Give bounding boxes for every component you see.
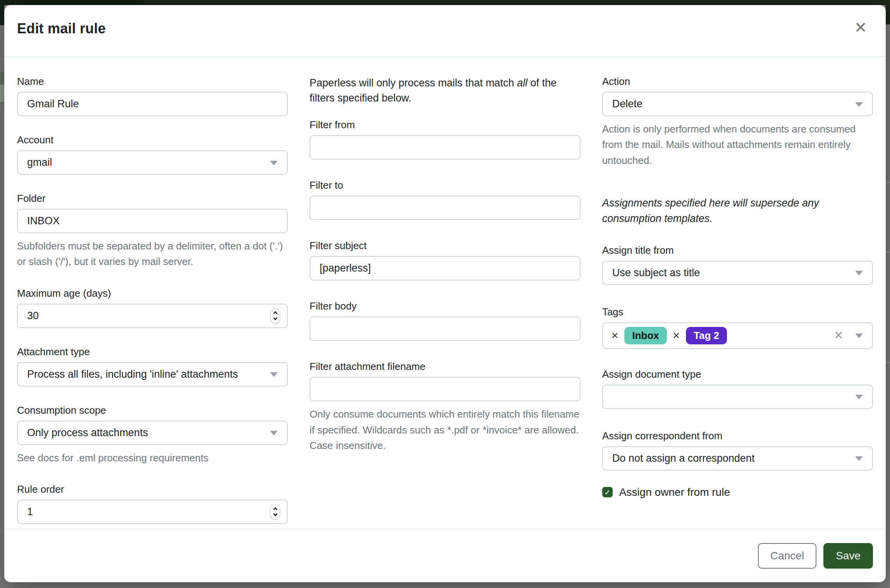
filter-subject-field-group: Filter subject xyxy=(309,240,580,280)
filter-filename-field-group: Filter attachment filename Only consume … xyxy=(309,361,580,453)
folder-label: Folder xyxy=(17,193,288,205)
chevron-down-icon xyxy=(855,334,863,338)
filter-filename-input[interactable] xyxy=(309,377,580,401)
clear-tags-icon[interactable]: ✕ xyxy=(834,330,844,341)
rule-order-label: Rule order xyxy=(17,483,288,495)
dialog-title: Edit mail rule xyxy=(17,21,106,37)
assign-title-select[interactable]: Use subject as title xyxy=(602,261,873,285)
background-navbar-edge-right xyxy=(886,5,890,24)
assign-document-type-select[interactable] xyxy=(602,385,873,409)
rule-order-field-group: Rule order 1 xyxy=(17,483,288,524)
action-label: Action xyxy=(602,76,873,88)
account-label: Account xyxy=(17,134,288,146)
name-input[interactable] xyxy=(17,92,288,116)
attachment-type-select-value: Process all files, including 'inline' at… xyxy=(27,368,238,380)
consumption-scope-label: Consumption scope xyxy=(17,404,288,416)
account-select-value: gmail xyxy=(27,156,52,168)
number-spinner-icon[interactable] xyxy=(270,504,280,519)
action-field-group: Action Delete Action is only performed w… xyxy=(602,76,873,168)
max-age-label: Maximum age (days) xyxy=(17,287,288,299)
folder-input[interactable] xyxy=(17,209,288,233)
assign-title-label: Assign title from xyxy=(602,244,873,256)
edit-mail-rule-dialog: Edit mail rule ✕ Name Account gmail Fold… xyxy=(4,5,886,582)
assign-document-type-label: Assign document type xyxy=(602,368,873,380)
account-field-group: Account gmail xyxy=(17,134,288,175)
attachment-type-select[interactable]: Process all files, including 'inline' at… xyxy=(17,362,288,387)
filter-from-input[interactable] xyxy=(309,135,580,160)
name-field-group: Name xyxy=(17,76,288,116)
remove-tag-icon[interactable]: × xyxy=(609,330,621,341)
background-navbar-edge-left xyxy=(0,5,4,25)
dialog-body: Name Account gmail Folder Subfolders mus… xyxy=(4,57,886,529)
assign-owner-checkbox[interactable]: ✓ xyxy=(602,487,613,497)
consumption-scope-select-value: Only process attachments xyxy=(27,427,148,439)
name-label: Name xyxy=(17,76,288,88)
account-select[interactable]: gmail xyxy=(17,150,288,175)
tags-label: Tags xyxy=(602,306,873,318)
background-table-line xyxy=(886,252,890,253)
tags-multiselect[interactable]: × Inbox × Tag 2 ✕ xyxy=(602,322,873,349)
filter-body-label: Filter body xyxy=(309,300,580,312)
tags-field-group: Tags × Inbox × Tag 2 ✕ xyxy=(602,306,873,349)
column-filters: Paperless will only process mails that m… xyxy=(309,76,580,529)
filter-subject-input[interactable] xyxy=(309,256,580,280)
filters-intro-pre: Paperless will only process mails that m… xyxy=(309,77,517,89)
tag-chip-tag2: Tag 2 xyxy=(686,327,727,344)
cancel-button[interactable]: Cancel xyxy=(758,543,816,569)
filter-body-input[interactable] xyxy=(309,316,580,341)
assign-correspondent-label: Assign correspondent from xyxy=(602,430,873,442)
background-table-row xyxy=(0,84,4,103)
background-navbar-left xyxy=(0,0,144,5)
assign-correspondent-select-value: Do not assign a correspondent xyxy=(612,452,755,464)
assign-document-type-field-group: Assign document type xyxy=(602,368,873,409)
column-action: Action Delete Action is only performed w… xyxy=(602,76,873,529)
filter-to-input[interactable] xyxy=(309,196,580,220)
attachment-type-label: Attachment type xyxy=(17,346,288,358)
filter-filename-label: Filter attachment filename xyxy=(309,361,580,373)
assign-title-field-group: Assign title from Use subject as title xyxy=(602,244,873,285)
number-spinner-icon[interactable] xyxy=(270,308,280,323)
background-table-line xyxy=(886,362,890,363)
dialog-footer: Cancel Save xyxy=(4,529,886,582)
action-select[interactable]: Delete xyxy=(602,92,873,116)
max-age-stepper[interactable]: 30 xyxy=(17,304,288,328)
filter-to-label: Filter to xyxy=(309,179,580,191)
chevron-down-icon xyxy=(273,512,277,516)
column-general: Name Account gmail Folder Subfolders mus… xyxy=(17,76,288,529)
chevron-down-icon xyxy=(270,161,278,165)
rule-order-stepper[interactable]: 1 xyxy=(17,500,288,524)
folder-help-text: Subfolders must be separated by a delimi… xyxy=(17,238,288,270)
assign-correspondent-select[interactable]: Do not assign a correspondent xyxy=(602,446,873,471)
dialog-header: Edit mail rule ✕ xyxy=(4,5,886,57)
assign-owner-row: ✓ Assign owner from rule xyxy=(602,486,873,499)
chevron-down-icon xyxy=(855,456,863,461)
max-age-field-group: Maximum age (days) 30 xyxy=(17,287,288,328)
filter-filename-help-text: Only consume documents which entirely ma… xyxy=(309,406,580,453)
chevron-down-icon xyxy=(855,395,863,399)
max-age-value: 30 xyxy=(27,310,39,322)
close-icon[interactable]: ✕ xyxy=(852,18,869,37)
consumption-scope-select[interactable]: Only process attachments xyxy=(17,421,288,445)
assignments-note: Assignments specified here will supersed… xyxy=(602,195,873,227)
filter-subject-label: Filter subject xyxy=(309,240,580,252)
chevron-up-icon xyxy=(273,507,277,512)
filters-intro-italic: all xyxy=(517,77,527,89)
chevron-down-icon xyxy=(270,431,278,435)
chevron-down-icon xyxy=(855,102,863,107)
remove-tag-icon[interactable]: × xyxy=(671,330,682,341)
attachment-type-field-group: Attachment type Process all files, inclu… xyxy=(17,346,288,387)
folder-field-group: Folder Subfolders must be separated by a… xyxy=(17,193,288,270)
assign-correspondent-field-group: Assign correspondent from Do not assign … xyxy=(602,430,873,471)
rule-order-value: 1 xyxy=(27,506,33,518)
save-button[interactable]: Save xyxy=(823,543,873,569)
assign-title-select-value: Use subject as title xyxy=(612,267,700,279)
chevron-down-icon xyxy=(855,271,863,275)
assign-owner-label: Assign owner from rule xyxy=(619,486,730,499)
chevron-down-icon xyxy=(270,372,278,377)
action-help-text: Action is only performed when documents … xyxy=(602,121,873,168)
filters-intro-text: Paperless will only process mails that m… xyxy=(309,76,580,106)
action-select-value: Delete xyxy=(612,98,643,110)
background-table-line xyxy=(886,182,890,183)
filter-from-label: Filter from xyxy=(309,119,580,131)
consumption-scope-field-group: Consumption scope Only process attachmen… xyxy=(17,404,288,466)
